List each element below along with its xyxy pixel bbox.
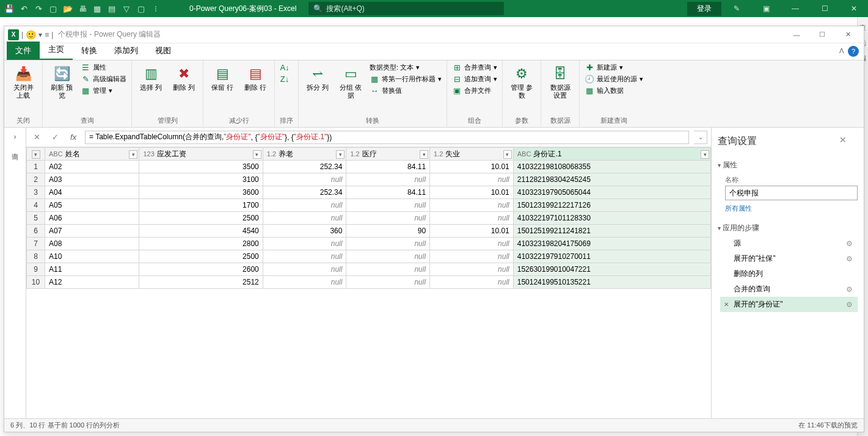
type-icon[interactable]: ABC bbox=[49, 150, 63, 158]
section-properties[interactable]: 属性 bbox=[718, 160, 858, 170]
type-icon[interactable]: ABC bbox=[517, 150, 531, 158]
row-number[interactable]: 8 bbox=[27, 250, 45, 263]
row-number[interactable]: 5 bbox=[27, 212, 45, 225]
type-icon[interactable]: 1.2 bbox=[267, 150, 276, 158]
data-grid[interactable]: ▾ABC姓名▾123应发工资▾1.2养老▾1.2医疗▾1.2失业▾ABC身份证.… bbox=[26, 147, 711, 418]
expand-nav-icon[interactable]: › bbox=[14, 133, 16, 141]
row-number[interactable]: 3 bbox=[27, 186, 45, 199]
new-icon[interactable]: ▢ bbox=[46, 2, 60, 15]
cell[interactable]: A08 bbox=[45, 238, 139, 250]
cell[interactable]: null bbox=[430, 238, 514, 250]
remove-rows-button[interactable]: ▤删除 行 bbox=[241, 63, 269, 92]
cell[interactable]: 410322197101128330 bbox=[513, 212, 710, 225]
cell[interactable]: 152630199010047221 bbox=[513, 263, 710, 276]
row-number[interactable]: 2 bbox=[27, 173, 45, 186]
cell[interactable]: 10.01 bbox=[430, 186, 514, 199]
tab-transform[interactable]: 转换 bbox=[73, 42, 106, 60]
open-icon[interactable]: 📂 bbox=[61, 2, 75, 15]
collapse-ribbon-icon[interactable]: ᐱ bbox=[839, 47, 844, 55]
minimize-icon[interactable]: — bbox=[781, 0, 809, 17]
sort-desc-button[interactable]: Z↓ bbox=[280, 74, 290, 84]
export-icon[interactable]: ▤ bbox=[105, 2, 119, 15]
cell[interactable]: A10 bbox=[45, 250, 139, 263]
cell[interactable]: A05 bbox=[45, 199, 139, 212]
table-row[interactable]: 9A112600nullnullnull152630199010047221 bbox=[27, 263, 711, 276]
cell[interactable]: null bbox=[346, 263, 430, 276]
cell[interactable]: null bbox=[263, 276, 346, 289]
table-row[interactable]: 1A023500252.3484.1110.014103221981080683… bbox=[27, 161, 711, 173]
row-number[interactable]: 6 bbox=[27, 225, 45, 238]
close-pane-icon[interactable]: ✕ bbox=[839, 135, 847, 145]
first-row-header-button[interactable]: ▦将第一行用作标题▾ bbox=[370, 74, 442, 84]
cell[interactable]: A04 bbox=[45, 186, 139, 199]
keep-rows-button[interactable]: ▤保留 行 bbox=[208, 63, 236, 92]
table-row[interactable]: 2A033100nullnullnull211282198304245245 bbox=[27, 173, 711, 186]
ink-icon[interactable]: ✎ bbox=[723, 0, 751, 17]
queries-nav-label[interactable]: 查询 bbox=[10, 147, 20, 150]
manage-params-button[interactable]: ⚙管理 参数 bbox=[508, 63, 536, 100]
manage-button[interactable]: ▦管理▾ bbox=[81, 86, 126, 95]
cell[interactable]: 410322197910270011 bbox=[513, 250, 710, 263]
properties-button[interactable]: ☰属性 bbox=[81, 63, 126, 72]
refresh-button[interactable]: 🔄刷新 预览 bbox=[48, 63, 76, 100]
cancel-formula-icon[interactable]: ✕ bbox=[30, 131, 43, 144]
cell[interactable]: null bbox=[346, 276, 430, 289]
filter-icon[interactable]: ▽ bbox=[120, 2, 133, 15]
table-row[interactable]: 7A082800nullnullnull410323198204175069 bbox=[27, 238, 711, 250]
cell[interactable]: null bbox=[430, 199, 514, 212]
cell[interactable]: null bbox=[430, 173, 514, 186]
fx-icon[interactable]: fx bbox=[67, 131, 80, 144]
grid-icon[interactable]: ▢ bbox=[134, 2, 148, 15]
cell[interactable]: 410322198108068355 bbox=[513, 161, 710, 173]
maximize-icon[interactable]: ☐ bbox=[811, 0, 839, 17]
advanced-editor-button[interactable]: ✎高级编辑器 bbox=[81, 74, 126, 84]
cell[interactable]: 410323198204175069 bbox=[513, 238, 710, 250]
formula-input[interactable]: = Table.ExpandTableColumn(合并的查询, "身份证" ,… bbox=[85, 131, 689, 144]
cell[interactable]: 150124199510135221 bbox=[513, 276, 710, 289]
table-row[interactable]: 4A051700nullnullnull150123199212217126 bbox=[27, 199, 711, 212]
step-item[interactable]: 展开的"身份证"⚙ bbox=[720, 297, 858, 312]
sort-asc-button[interactable]: A↓ bbox=[280, 63, 290, 72]
cell[interactable]: A12 bbox=[45, 276, 139, 289]
cell[interactable]: 252.34 bbox=[263, 161, 346, 173]
login-button[interactable]: 登录 bbox=[687, 2, 721, 16]
cell[interactable]: null bbox=[263, 199, 346, 212]
type-icon[interactable]: 1.2 bbox=[434, 150, 443, 158]
column-header[interactable]: 1.2医疗▾ bbox=[346, 148, 430, 161]
step-item[interactable]: 删除的列 bbox=[720, 266, 858, 282]
cell[interactable]: null bbox=[263, 173, 346, 186]
tab-view[interactable]: 视图 bbox=[147, 42, 180, 60]
gear-icon[interactable]: ⚙ bbox=[846, 239, 853, 248]
cell[interactable]: 2800 bbox=[139, 238, 263, 250]
cell[interactable]: 84.11 bbox=[346, 186, 430, 199]
cell[interactable]: 410323197905065044 bbox=[513, 186, 710, 199]
cell[interactable]: 3100 bbox=[139, 173, 263, 186]
cell[interactable]: A11 bbox=[45, 263, 139, 276]
cell[interactable]: A07 bbox=[45, 225, 139, 238]
accept-formula-icon[interactable]: ✓ bbox=[48, 131, 62, 144]
tab-home[interactable]: 主页 bbox=[40, 40, 73, 60]
append-queries-button[interactable]: ⊟追加查询▾ bbox=[452, 74, 497, 84]
row-number[interactable]: 1 bbox=[27, 161, 45, 173]
data-type-button[interactable]: 数据类型: 文本▾ bbox=[370, 63, 442, 72]
cell[interactable]: 90 bbox=[346, 225, 430, 238]
ribbon-mode-icon[interactable]: ▣ bbox=[752, 0, 780, 17]
cell[interactable]: 10.01 bbox=[430, 225, 514, 238]
table-row[interactable]: 3A043600252.3484.1110.014103231979050650… bbox=[27, 186, 711, 199]
cell[interactable]: 3600 bbox=[139, 186, 263, 199]
cell[interactable]: null bbox=[430, 276, 514, 289]
row-number[interactable]: 9 bbox=[27, 263, 45, 276]
merge-queries-button[interactable]: ⊞合并查询▾ bbox=[452, 63, 497, 72]
column-header[interactable]: ABC身份证.1▾ bbox=[513, 148, 710, 161]
all-properties-link[interactable]: 所有属性 bbox=[725, 204, 858, 213]
print-icon[interactable]: 🖶 bbox=[76, 2, 89, 15]
formula-expand-icon[interactable]: ⌄ bbox=[694, 131, 707, 144]
cell[interactable]: A06 bbox=[45, 212, 139, 225]
cell[interactable]: 2500 bbox=[139, 250, 263, 263]
recent-sources-button[interactable]: 🕘最近使用的源▾ bbox=[585, 74, 643, 84]
query-name-input[interactable] bbox=[725, 186, 858, 200]
step-item[interactable]: 源⚙ bbox=[720, 236, 858, 251]
save-icon[interactable]: 💾 bbox=[2, 2, 16, 15]
row-number[interactable]: 4 bbox=[27, 199, 45, 212]
pq-maximize-icon[interactable]: ☐ bbox=[810, 27, 834, 42]
